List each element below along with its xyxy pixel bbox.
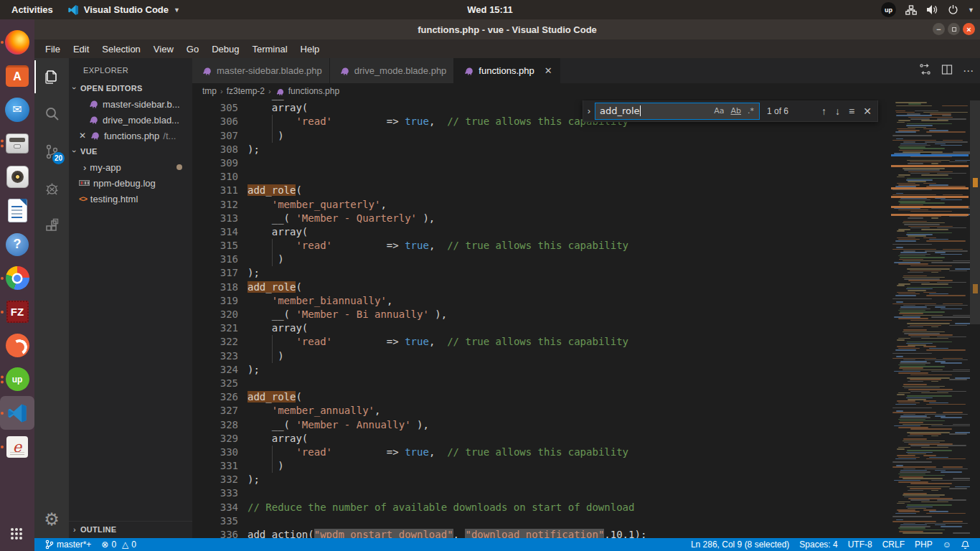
close-icon[interactable]: ✕ <box>77 131 88 141</box>
tab-master-sidebar[interactable]: master-sidebar.blade.php <box>192 58 330 83</box>
open-editor-item[interactable]: master-sidebar.b... <box>69 96 192 112</box>
extensions-view-icon[interactable] <box>34 207 69 245</box>
language-mode-indicator[interactable]: PHP <box>910 540 938 550</box>
menu-edit[interactable]: Edit <box>67 42 95 57</box>
breadcrumb-functions-php[interactable]: functions.php <box>288 86 339 96</box>
code-line[interactable]: 324); <box>192 363 890 377</box>
dock-rhythmbox-icon[interactable] <box>0 160 34 194</box>
menu-view[interactable]: View <box>147 42 180 57</box>
code-line[interactable]: 334// Reduce the number of available dow… <box>192 501 890 514</box>
tree-item-testing-html[interactable]: <> testing.html <box>69 191 192 207</box>
code-line[interactable]: 309 <box>192 156 890 170</box>
code-line[interactable]: 332); <box>192 473 890 486</box>
open-editors-header[interactable]: › OPEN EDITORS <box>69 80 192 96</box>
code-line[interactable]: 333 <box>192 486 890 500</box>
search-view-icon[interactable] <box>34 95 69 133</box>
find-in-selection-icon[interactable]: ≡ <box>849 105 854 117</box>
previous-match-icon[interactable]: ↑ <box>821 105 826 117</box>
dock-ubuntu-software-icon[interactable]: A <box>0 59 34 93</box>
system-menu-chevron-icon[interactable]: ▼ <box>968 6 974 14</box>
code-line[interactable]: 330 'read' => true, // true allows this … <box>192 446 890 459</box>
tab-drive-mode[interactable]: drive_mode.blade.php <box>330 58 455 83</box>
menu-go[interactable]: Go <box>180 42 205 57</box>
open-editor-item-active[interactable]: ✕ functions.php /t... <box>69 128 192 143</box>
project-section-header[interactable]: › VUE <box>69 143 192 159</box>
close-button[interactable]: × <box>963 23 975 35</box>
window-titlebar[interactable]: functions.php - vue - Visual Studio Code… <box>34 19 980 39</box>
code-line[interactable]: 318add_role( <box>192 281 890 294</box>
scrollbar[interactable] <box>970 99 980 538</box>
close-find-icon[interactable]: ✕ <box>863 105 872 117</box>
dock-filezilla-icon[interactable]: FZ <box>0 295 34 329</box>
dock-files-icon[interactable] <box>0 126 34 160</box>
open-editor-item[interactable]: drive_mode.blad... <box>69 112 192 128</box>
dock-notes-app-icon[interactable]: e <box>0 430 34 463</box>
indentation-indicator[interactable]: Spaces: 4 <box>794 540 842 550</box>
match-case-icon[interactable]: Aa <box>712 105 726 116</box>
code-line[interactable]: 310 <box>192 170 890 184</box>
menu-help[interactable]: Help <box>294 42 326 57</box>
debug-view-icon[interactable] <box>34 170 69 207</box>
dock-chrome-icon[interactable] <box>0 261 34 295</box>
code-line[interactable]: 315 'read' => true, // true allows this … <box>192 239 890 253</box>
activities-button[interactable]: Activities <box>7 4 57 15</box>
code-editor[interactable]: 304 __( 'Premium Subscriber' ),305 array… <box>192 99 980 538</box>
dock-upwork-icon[interactable]: up <box>0 362 34 396</box>
close-icon[interactable]: ✕ <box>545 65 552 76</box>
menu-terminal[interactable]: Terminal <box>245 42 293 57</box>
regex-icon[interactable]: .* <box>745 105 756 116</box>
dock-firefox-icon[interactable] <box>0 25 34 59</box>
breadcrumb-tmp[interactable]: tmp <box>202 86 217 96</box>
git-branch-indicator[interactable]: master*+ <box>40 540 96 550</box>
maximize-button[interactable] <box>948 23 960 35</box>
code-line[interactable]: 323 ) <box>192 349 890 363</box>
code-line[interactable]: 329 array( <box>192 432 890 446</box>
code-line[interactable]: 321 array( <box>192 321 890 335</box>
dock-help-icon[interactable]: ? <box>0 227 34 261</box>
code-line[interactable]: 336add_action("wpdm_onstart_download", "… <box>192 528 890 538</box>
tab-functions-php[interactable]: functions.php ✕ <box>454 58 560 83</box>
menu-selection[interactable]: Selection <box>95 42 146 57</box>
problems-indicator[interactable]: ⊗0 △0 <box>96 540 141 550</box>
app-menu[interactable]: Visual Studio Code ▼ <box>67 4 180 16</box>
find-toggle-chevron-icon[interactable]: › <box>583 105 595 116</box>
dock-vscode-icon[interactable] <box>0 396 34 430</box>
encoding-indicator[interactable]: UTF-8 <box>843 540 877 550</box>
code-line[interactable]: 312 'member_quarterly', <box>192 198 890 212</box>
tree-item-npm-debug-log[interactable]: npm-debug.log <box>69 175 192 191</box>
dock-thunderbird-icon[interactable]: ✉ <box>0 93 34 126</box>
tree-item-my-app[interactable]: › my-app <box>69 159 192 175</box>
code-line[interactable]: 326add_role( <box>192 390 890 404</box>
code-line[interactable]: 313 __( 'Member - Quarterly' ), <box>192 212 890 225</box>
power-icon[interactable] <box>948 4 958 15</box>
dock-postman-icon[interactable] <box>0 329 34 362</box>
code-line[interactable]: 328 __( 'Member - Annually' ), <box>192 418 890 432</box>
volume-icon[interactable] <box>926 4 938 15</box>
breadcrumb-fz3temp-2[interactable]: fz3temp-2 <box>227 86 265 96</box>
open-changes-icon[interactable] <box>919 63 931 78</box>
code-line[interactable]: 322 'read' => true, // true allows this … <box>192 335 890 349</box>
upwork-tray-icon[interactable]: up <box>881 2 896 17</box>
whole-word-icon[interactable]: Ab <box>728 105 743 116</box>
code-line[interactable]: 311add_role( <box>192 184 890 197</box>
menu-debug[interactable]: Debug <box>205 42 245 57</box>
eol-indicator[interactable]: CRLF <box>877 540 910 550</box>
source-control-view-icon[interactable]: 20 <box>34 133 69 170</box>
menu-file[interactable]: File <box>39 42 67 57</box>
split-editor-icon[interactable] <box>941 64 953 78</box>
code-line[interactable]: 320 __( 'Member - Bi annually' ), <box>192 308 890 321</box>
code-line[interactable]: 308); <box>192 143 890 156</box>
notifications-bell-icon[interactable] <box>956 540 974 550</box>
clock[interactable]: Wed 15:11 <box>467 4 512 15</box>
code-line[interactable]: 325 <box>192 377 890 390</box>
explorer-view-icon[interactable] <box>34 58 69 95</box>
code-line[interactable]: 307 ) <box>192 129 890 143</box>
code-line[interactable]: 317); <box>192 266 890 280</box>
code-line[interactable]: 314 array( <box>192 225 890 239</box>
cursor-position-indicator[interactable]: Ln 286, Col 9 (8 selected) <box>686 540 794 550</box>
network-icon[interactable] <box>905 5 917 15</box>
code-line[interactable]: 327 'member_annually', <box>192 404 890 418</box>
find-input[interactable]: add_role Aa Ab .* <box>595 103 760 120</box>
outline-section-header[interactable]: › OUTLINE <box>69 521 192 537</box>
minimize-button[interactable]: − <box>933 23 945 35</box>
